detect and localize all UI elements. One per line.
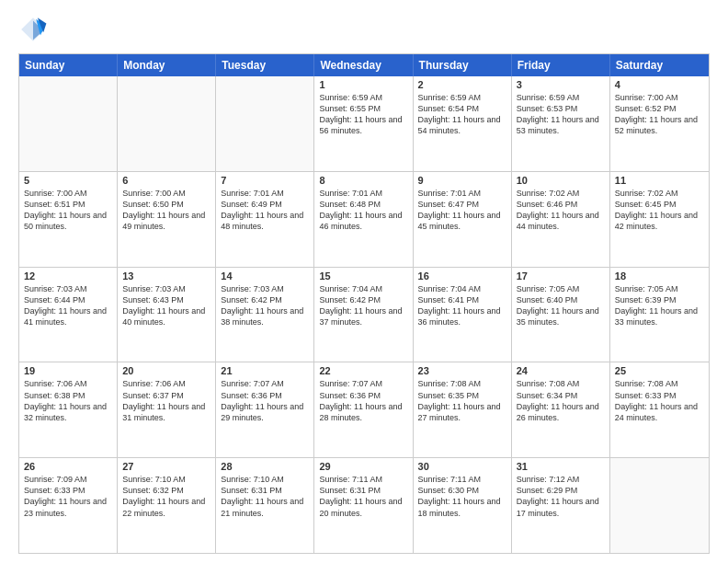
week-row-1: 5 Sunrise: 7:00 AMSunset: 6:51 PMDayligh… (19, 171, 709, 267)
cell-info: Sunrise: 7:02 AMSunset: 6:45 PMDaylight:… (615, 188, 704, 233)
day-cell-7: 7 Sunrise: 7:01 AMSunset: 6:49 PMDayligh… (216, 172, 314, 267)
day-cell-1: 1 Sunrise: 6:59 AMSunset: 6:55 PMDayligh… (314, 76, 413, 171)
cell-info: Sunrise: 7:06 AMSunset: 6:38 PMDaylight:… (24, 378, 112, 423)
day-cell-24: 24 Sunrise: 7:08 AMSunset: 6:34 PMDaylig… (512, 362, 610, 457)
cell-info: Sunrise: 7:03 AMSunset: 6:42 PMDaylight:… (221, 283, 309, 328)
day-number: 3 (517, 79, 605, 90)
day-number: 25 (615, 365, 704, 376)
day-cell-28: 28 Sunrise: 7:10 AMSunset: 6:31 PMDaylig… (216, 458, 314, 553)
day-cell-31: 31 Sunrise: 7:12 AMSunset: 6:29 PMDaylig… (512, 458, 610, 553)
day-number: 26 (24, 461, 112, 472)
day-cell-22: 22 Sunrise: 7:07 AMSunset: 6:36 PMDaylig… (314, 362, 413, 457)
day-cell-3: 3 Sunrise: 6:59 AMSunset: 6:53 PMDayligh… (512, 76, 610, 171)
day-cell-16: 16 Sunrise: 7:04 AMSunset: 6:41 PMDaylig… (414, 268, 512, 362)
cell-info: Sunrise: 7:03 AMSunset: 6:43 PMDaylight:… (122, 283, 210, 328)
cell-info: Sunrise: 7:02 AMSunset: 6:46 PMDaylight:… (517, 188, 605, 233)
logo-icon (18, 15, 48, 44)
day-number: 21 (221, 365, 309, 376)
day-number: 29 (319, 461, 407, 472)
day-header-wednesday: Wednesday (314, 54, 413, 76)
cell-info: Sunrise: 7:05 AMSunset: 6:39 PMDaylight:… (615, 283, 704, 328)
day-cell-15: 15 Sunrise: 7:04 AMSunset: 6:42 PMDaylig… (314, 268, 413, 362)
day-number: 12 (24, 270, 112, 282)
day-header-thursday: Thursday (414, 54, 512, 76)
day-cell-26: 26 Sunrise: 7:09 AMSunset: 6:33 PMDaylig… (19, 458, 118, 553)
day-number: 6 (122, 175, 210, 186)
day-header-monday: Monday (118, 54, 216, 76)
cell-info: Sunrise: 7:00 AMSunset: 6:50 PMDaylight:… (122, 188, 210, 233)
day-cell-27: 27 Sunrise: 7:10 AMSunset: 6:32 PMDaylig… (118, 458, 216, 553)
cell-info: Sunrise: 7:01 AMSunset: 6:47 PMDaylight:… (418, 188, 506, 233)
day-number: 7 (221, 175, 309, 186)
day-header-saturday: Saturday (610, 54, 709, 76)
calendar: SundayMondayTuesdayWednesdayThursdayFrid… (18, 53, 710, 554)
day-cell-19: 19 Sunrise: 7:06 AMSunset: 6:38 PMDaylig… (19, 362, 118, 457)
day-number: 15 (319, 270, 407, 282)
day-cell-4: 4 Sunrise: 7:00 AMSunset: 6:52 PMDayligh… (610, 76, 709, 171)
day-number: 1 (319, 79, 407, 90)
day-number: 16 (418, 270, 506, 282)
day-cell-2: 2 Sunrise: 6:59 AMSunset: 6:54 PMDayligh… (414, 76, 512, 171)
cell-info: Sunrise: 7:01 AMSunset: 6:48 PMDaylight:… (319, 188, 407, 233)
day-number: 5 (24, 175, 112, 186)
cell-info: Sunrise: 7:08 AMSunset: 6:34 PMDaylight:… (517, 378, 605, 423)
cell-info: Sunrise: 7:00 AMSunset: 6:52 PMDaylight:… (615, 92, 704, 137)
day-cell-21: 21 Sunrise: 7:07 AMSunset: 6:36 PMDaylig… (216, 362, 314, 457)
day-number: 17 (517, 270, 605, 282)
cell-info: Sunrise: 7:10 AMSunset: 6:32 PMDaylight:… (122, 474, 210, 519)
day-header-sunday: Sunday (19, 54, 118, 76)
day-cell-20: 20 Sunrise: 7:06 AMSunset: 6:37 PMDaylig… (118, 362, 216, 457)
day-cell-29: 29 Sunrise: 7:11 AMSunset: 6:31 PMDaylig… (314, 458, 413, 553)
cell-info: Sunrise: 6:59 AMSunset: 6:55 PMDaylight:… (319, 92, 407, 137)
day-number: 31 (517, 461, 605, 472)
day-cell-10: 10 Sunrise: 7:02 AMSunset: 6:46 PMDaylig… (512, 172, 610, 267)
day-number: 2 (418, 79, 506, 90)
day-cell-5: 5 Sunrise: 7:00 AMSunset: 6:51 PMDayligh… (19, 172, 118, 267)
week-row-2: 12 Sunrise: 7:03 AMSunset: 6:44 PMDaylig… (19, 267, 709, 362)
header (18, 15, 710, 44)
cell-info: Sunrise: 7:11 AMSunset: 6:31 PMDaylight:… (319, 474, 407, 519)
page: SundayMondayTuesdayWednesdayThursdayFrid… (0, 0, 728, 563)
cell-info: Sunrise: 7:06 AMSunset: 6:37 PMDaylight:… (122, 378, 210, 423)
day-number: 24 (517, 365, 605, 376)
day-cell-18: 18 Sunrise: 7:05 AMSunset: 6:39 PMDaylig… (610, 268, 709, 362)
day-header-friday: Friday (512, 54, 610, 76)
cell-info: Sunrise: 7:05 AMSunset: 6:40 PMDaylight:… (517, 283, 605, 328)
day-cell-13: 13 Sunrise: 7:03 AMSunset: 6:43 PMDaylig… (118, 268, 216, 362)
day-cell-30: 30 Sunrise: 7:11 AMSunset: 6:30 PMDaylig… (414, 458, 512, 553)
day-number: 22 (319, 365, 407, 376)
day-cell-25: 25 Sunrise: 7:08 AMSunset: 6:33 PMDaylig… (610, 362, 709, 457)
day-number: 11 (615, 175, 704, 186)
empty-cell (19, 76, 118, 171)
day-cell-8: 8 Sunrise: 7:01 AMSunset: 6:48 PMDayligh… (314, 172, 413, 267)
week-row-3: 19 Sunrise: 7:06 AMSunset: 6:38 PMDaylig… (19, 362, 709, 457)
day-cell-17: 17 Sunrise: 7:05 AMSunset: 6:40 PMDaylig… (512, 268, 610, 362)
calendar-body: 1 Sunrise: 6:59 AMSunset: 6:55 PMDayligh… (19, 76, 709, 553)
cell-info: Sunrise: 7:04 AMSunset: 6:41 PMDaylight:… (418, 283, 506, 328)
week-row-4: 26 Sunrise: 7:09 AMSunset: 6:33 PMDaylig… (19, 457, 709, 553)
day-cell-6: 6 Sunrise: 7:00 AMSunset: 6:50 PMDayligh… (118, 172, 216, 267)
week-row-0: 1 Sunrise: 6:59 AMSunset: 6:55 PMDayligh… (19, 76, 709, 171)
day-cell-9: 9 Sunrise: 7:01 AMSunset: 6:47 PMDayligh… (414, 172, 512, 267)
cell-info: Sunrise: 6:59 AMSunset: 6:54 PMDaylight:… (418, 92, 506, 137)
day-number: 27 (122, 461, 210, 472)
day-number: 18 (615, 270, 704, 282)
day-number: 20 (122, 365, 210, 376)
empty-cell (216, 76, 314, 171)
cell-info: Sunrise: 7:00 AMSunset: 6:51 PMDaylight:… (24, 188, 112, 233)
cell-info: Sunrise: 7:08 AMSunset: 6:33 PMDaylight:… (615, 378, 704, 423)
cell-info: Sunrise: 7:08 AMSunset: 6:35 PMDaylight:… (418, 378, 506, 423)
day-number: 9 (418, 175, 506, 186)
day-cell-11: 11 Sunrise: 7:02 AMSunset: 6:45 PMDaylig… (610, 172, 709, 267)
cell-info: Sunrise: 7:11 AMSunset: 6:30 PMDaylight:… (418, 474, 506, 519)
cell-info: Sunrise: 7:12 AMSunset: 6:29 PMDaylight:… (517, 474, 605, 519)
empty-cell (118, 76, 216, 171)
day-cell-23: 23 Sunrise: 7:08 AMSunset: 6:35 PMDaylig… (414, 362, 512, 457)
empty-cell (610, 458, 709, 553)
cell-info: Sunrise: 7:04 AMSunset: 6:42 PMDaylight:… (319, 283, 407, 328)
day-number: 23 (418, 365, 506, 376)
day-header-tuesday: Tuesday (216, 54, 314, 76)
day-cell-14: 14 Sunrise: 7:03 AMSunset: 6:42 PMDaylig… (216, 268, 314, 362)
cell-info: Sunrise: 6:59 AMSunset: 6:53 PMDaylight:… (517, 92, 605, 137)
cell-info: Sunrise: 7:07 AMSunset: 6:36 PMDaylight:… (319, 378, 407, 423)
